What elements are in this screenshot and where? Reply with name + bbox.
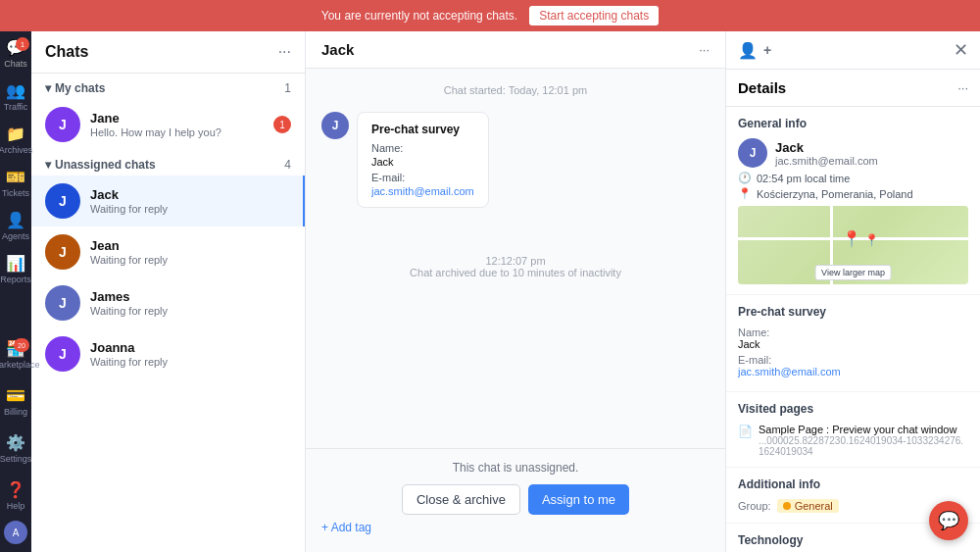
general-info-section: General info J Jack jac.smith@email.com … xyxy=(726,107,980,295)
jack-bubble-avatar: J xyxy=(321,112,349,139)
add-icon[interactable]: + xyxy=(763,42,771,58)
survey-name-label: Name: xyxy=(371,142,474,154)
jean-avatar: J xyxy=(45,234,80,270)
jack-info: Jack Waiting for reply xyxy=(90,187,289,215)
jean-info: Jean Waiting for reply xyxy=(90,238,291,266)
chats-more-button[interactable]: ··· xyxy=(278,43,291,61)
traffic-label: Traffic xyxy=(4,102,28,112)
details-user-avatar: J xyxy=(738,138,767,168)
details-more-button[interactable]: ··· xyxy=(957,80,968,95)
notification-text: You are currently not accepting chats. xyxy=(321,9,517,23)
joanna-avatar: J xyxy=(45,336,80,372)
sidebar-item-chats[interactable]: 💬 Chats 1 xyxy=(0,31,31,75)
chat-widget-button[interactable]: 💬 xyxy=(929,501,968,540)
location-row: 📍 Kościerzyna, Pomerania, Poland xyxy=(738,187,968,200)
jean-status: Waiting for reply xyxy=(90,254,291,266)
visited-pages-section: Visited pages 📄 Sample Page : Preview yo… xyxy=(726,392,980,468)
joanna-name: Joanna xyxy=(90,340,291,355)
page-info: Sample Page : Preview your chat window .… xyxy=(759,424,968,457)
chats-label: Chats xyxy=(4,59,27,69)
user-avatar[interactable]: A xyxy=(4,521,27,544)
chat-item-jack[interactable]: J Jack Waiting for reply xyxy=(31,176,305,226)
page-title: Sample Page : Preview your chat window xyxy=(759,424,968,435)
details-header: Details ··· xyxy=(726,70,980,107)
sidebar-item-traffic[interactable]: 👥 Traffic xyxy=(0,75,31,118)
agents-icon: 👤 xyxy=(6,211,25,229)
user-name-block: Jack jac.smith@email.com xyxy=(775,140,878,167)
archives-label: Archives xyxy=(0,145,32,155)
joanna-status: Waiting for reply xyxy=(90,356,291,368)
jane-avatar: J xyxy=(45,107,80,142)
billing-label: Billing xyxy=(4,407,27,417)
billing-icon: 💳 xyxy=(6,386,25,405)
sidebar-item-archives[interactable]: 📁 Archives xyxy=(0,118,31,161)
unassigned-chevron: ▾ xyxy=(45,158,51,172)
details-user-name: Jack xyxy=(775,140,878,155)
add-tag-button[interactable]: + Add tag xyxy=(321,515,710,540)
chat-item-jane[interactable]: J Jane Hello. How may I help you? 1 xyxy=(31,99,305,150)
notification-bar: You are currently not accepting chats. S… xyxy=(0,0,980,31)
chats-panel: Chats ··· ▾ My chats 1 J Jane Hello. How… xyxy=(31,31,306,552)
my-chats-header[interactable]: ▾ My chats 1 xyxy=(31,74,305,99)
survey-email-label: E-mail: xyxy=(371,172,474,183)
chat-item-joanna[interactable]: J Joanna Waiting for reply xyxy=(31,328,305,379)
sidebar-item-agents[interactable]: 👤 Agents xyxy=(0,204,31,247)
general-info-title: General info xyxy=(738,117,968,130)
chat-main-title: Jack xyxy=(321,41,354,58)
group-badge: General xyxy=(777,499,839,513)
survey-detail-email-value: jac.smith@email.com xyxy=(738,366,968,377)
add-person-icon[interactable]: 👤 xyxy=(738,41,758,60)
chat-item-jean[interactable]: J Jean Waiting for reply xyxy=(31,226,305,277)
assign-to-me-button[interactable]: Assign to me xyxy=(528,484,629,515)
survey-bubble-row: J Pre-chat survey Name: Jack E-mail: jac… xyxy=(321,112,710,208)
archived-message: Chat archived due to 10 minutes of inact… xyxy=(321,267,710,278)
reports-label: Reports xyxy=(0,275,31,284)
page-icon: 📄 xyxy=(738,425,753,438)
survey-email-value: jac.smith@email.com xyxy=(371,185,474,197)
james-status: Waiting for reply xyxy=(90,305,291,317)
survey-header: Pre-chat survey xyxy=(371,123,474,136)
chat-actions: Close & archive Assign to me xyxy=(321,484,710,515)
jack-status: Waiting for reply xyxy=(90,203,289,215)
group-label: Group: xyxy=(738,500,771,512)
sidebar-item-reports[interactable]: 📊 Reports xyxy=(0,247,31,290)
archives-icon: 📁 xyxy=(6,125,25,143)
icon-sidebar: 💬 Chats 1 👥 Traffic 📁 Archives 🎫 Tickets… xyxy=(0,0,31,552)
chat-more-button[interactable]: ··· xyxy=(699,42,710,57)
chats-badge: 1 xyxy=(16,37,29,51)
sidebar-item-billing[interactable]: 💳 Billing xyxy=(0,379,31,423)
sidebar-item-tickets[interactable]: 🎫 Tickets xyxy=(0,161,31,204)
my-chats-title: ▾ My chats xyxy=(45,81,105,95)
chat-item-james[interactable]: J James Waiting for reply xyxy=(31,277,305,328)
group-dot xyxy=(783,502,791,510)
close-details-button[interactable]: ✕ xyxy=(954,39,968,61)
details-action-icons: 👤 + xyxy=(738,41,771,60)
chat-main-header: Jack ··· xyxy=(306,31,725,69)
sidebar-item-settings[interactable]: ⚙️ Settings xyxy=(0,427,31,470)
chat-messages: Chat started: Today, 12:01 pm J Pre-chat… xyxy=(306,69,725,448)
marketplace-badge: 20 xyxy=(14,338,29,352)
close-archive-button[interactable]: Close & archive xyxy=(402,484,520,515)
user-info-row: J Jack jac.smith@email.com xyxy=(738,138,968,168)
start-accepting-button[interactable]: Start accepting chats xyxy=(529,6,659,25)
view-larger-map-button[interactable]: View larger map xyxy=(814,265,892,280)
unassigned-notice: This chat is unassigned. xyxy=(321,461,710,475)
james-info: James Waiting for reply xyxy=(90,289,291,317)
my-chats-count: 1 xyxy=(284,81,291,95)
map-pin-primary: 📍 xyxy=(842,229,861,248)
visited-page-item[interactable]: 📄 Sample Page : Preview your chat window… xyxy=(738,424,968,457)
unassigned-chats-header[interactable]: ▾ Unassigned chats 4 xyxy=(31,150,305,176)
unassigned-count: 4 xyxy=(284,158,291,172)
jane-info: Jane Hello. How may I help you? xyxy=(90,111,264,138)
map-container[interactable]: 📍 📍 View larger map xyxy=(738,206,968,284)
group-value: General xyxy=(795,500,833,512)
local-time-text: 02:54 pm local time xyxy=(757,173,850,184)
sidebar-item-marketplace[interactable]: 🏪 Marketplace 20 xyxy=(0,332,31,376)
james-name: James xyxy=(90,289,291,304)
additional-info-title: Additional info xyxy=(738,477,968,491)
tickets-icon: 🎫 xyxy=(6,168,25,186)
help-label: Help xyxy=(7,501,25,511)
visited-pages-title: Visited pages xyxy=(738,402,968,416)
jane-name: Jane xyxy=(90,111,264,125)
sidebar-item-help[interactable]: ❓ Help xyxy=(0,474,31,517)
